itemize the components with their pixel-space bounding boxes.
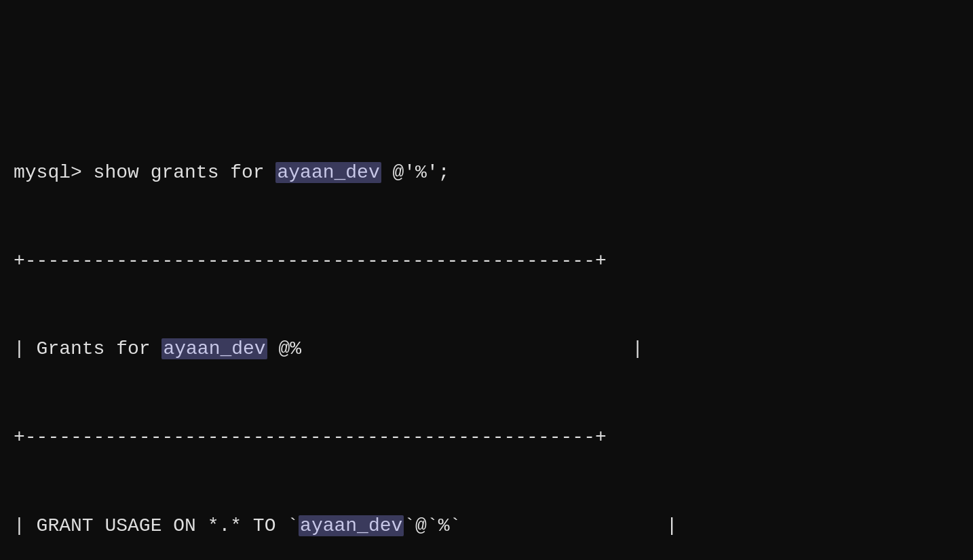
separator-1: +---------------------------------------… [14,246,959,275]
row1-highlight: ayaan_dev [299,515,404,536]
header-suffix-1: @% | [267,338,644,359]
command-line-1: mysql> show grants for ayaan_dev @'%'; [14,158,959,187]
header-highlight-1: ayaan_dev [161,338,267,359]
terminal-container: mysql> show grants for ayaan_dev @'%'; +… [14,11,959,560]
table-header-1: | Grants for ayaan_dev @% | [14,334,959,363]
table-row-1: | GRANT USAGE ON *.* TO `ayaan_dev`@`%` … [14,511,959,540]
username-highlight-1: ayaan_dev [275,162,381,183]
row1-suffix: `@`%` | [404,515,677,536]
block1: mysql> show grants for ayaan_dev @'%'; +… [14,99,959,560]
row1-text: | GRANT USAGE ON *.* TO ` [14,515,299,536]
separator-2: +---------------------------------------… [14,422,959,452]
prompt-text: mysql> show grants for [14,162,275,183]
prompt-suffix-1: @'%'; [381,162,450,183]
header-text-1: | Grants for [14,338,161,359]
